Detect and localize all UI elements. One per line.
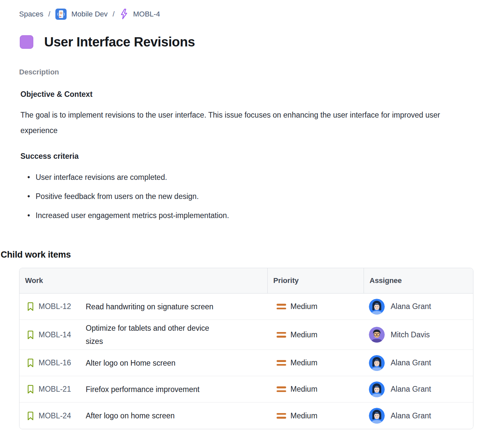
success-criteria-item: Increased user engagement metrics post-i… bbox=[20, 211, 478, 219]
breadcrumb-separator: / bbox=[48, 10, 50, 18]
bookmark-icon bbox=[27, 302, 34, 311]
success-criteria-item: Positive feedback from users on the new … bbox=[20, 192, 478, 200]
assignee-avatar bbox=[369, 408, 385, 424]
objective-context-heading: Objective & Context bbox=[20, 90, 478, 99]
priority-label: Medium bbox=[290, 302, 317, 311]
work-cell: MOBL-16 Alter logo on Home screen bbox=[19, 355, 268, 371]
priority-medium-icon bbox=[277, 360, 286, 366]
page-title: User Interface Revisions bbox=[44, 35, 195, 49]
assignee-name: Alana Grant bbox=[391, 302, 431, 311]
priority-cell[interactable]: Medium bbox=[268, 385, 364, 394]
assignee-cell[interactable]: Alana Grant bbox=[364, 381, 473, 397]
work-item-key[interactable]: MOBL-16 bbox=[39, 358, 86, 367]
assignee-avatar bbox=[369, 381, 385, 397]
priority-label: Medium bbox=[290, 411, 317, 420]
priority-label: Medium bbox=[290, 385, 317, 394]
work-item-key[interactable]: MOBL-24 bbox=[39, 411, 86, 420]
success-criteria-heading: Success criteria bbox=[20, 152, 478, 161]
mobile-dev-space-icon bbox=[55, 9, 67, 20]
breadcrumb-mobl-4[interactable]: MOBL-4 bbox=[133, 10, 160, 18]
priority-cell[interactable]: Medium bbox=[268, 411, 364, 420]
table-row[interactable]: MOBL-14 Optimize for tablets and other d… bbox=[19, 320, 473, 350]
assignee-name: Alana Grant bbox=[391, 385, 431, 394]
column-header-priority: Priority bbox=[268, 268, 364, 293]
assignee-avatar bbox=[369, 327, 385, 343]
table-row[interactable]: MOBL-24 After logo on home screen Medium bbox=[19, 403, 473, 429]
epic-color-swatch-icon bbox=[20, 35, 33, 49]
assignee-avatar bbox=[369, 299, 385, 315]
work-item-title[interactable]: Read handwriting on signature screen bbox=[86, 300, 213, 313]
description-section: Description Objective & Context The goal… bbox=[19, 68, 478, 219]
priority-medium-icon bbox=[277, 413, 286, 419]
breadcrumb-spaces[interactable]: Spaces bbox=[19, 10, 43, 18]
work-item-key[interactable]: MOBL-12 bbox=[39, 302, 86, 311]
bookmark-icon bbox=[27, 330, 34, 340]
work-item-title[interactable]: Optimize for tablets and other device si… bbox=[86, 322, 228, 348]
priority-cell[interactable]: Medium bbox=[268, 330, 364, 339]
success-criteria-item: User interface revisions are completed. bbox=[20, 173, 478, 181]
work-cell: MOBL-14 Optimize for tablets and other d… bbox=[19, 320, 268, 350]
breadcrumb-mobile-dev[interactable]: Mobile Dev bbox=[72, 10, 108, 18]
priority-medium-icon bbox=[277, 332, 286, 338]
bookmark-icon bbox=[27, 411, 34, 421]
bookmark-icon bbox=[27, 358, 34, 368]
child-work-items-heading: Child work items bbox=[1, 250, 478, 260]
priority-cell[interactable]: Medium bbox=[268, 358, 364, 367]
assignee-avatar bbox=[369, 355, 385, 371]
work-item-title[interactable]: After logo on home screen bbox=[86, 409, 175, 422]
work-item-title[interactable]: Alter logo on Home screen bbox=[86, 356, 175, 370]
assignee-cell[interactable]: Alana Grant bbox=[364, 408, 473, 424]
assignee-cell[interactable]: Mitch Davis bbox=[364, 327, 473, 343]
table-header-row: WorkPriorityAssignee bbox=[19, 268, 473, 294]
title-row: User Interface Revisions bbox=[20, 35, 478, 49]
work-item-type-icon bbox=[119, 8, 129, 20]
assignee-name: Alana Grant bbox=[391, 411, 431, 420]
table-row[interactable]: MOBL-12 Read handwriting on signature sc… bbox=[19, 294, 473, 320]
column-header-work: Work bbox=[19, 268, 268, 293]
success-criteria-list: User interface revisions are completed.P… bbox=[20, 173, 478, 219]
work-item-title[interactable]: Firefox performance improvement bbox=[86, 383, 199, 396]
child-work-items-table: WorkPriorityAssignee MOBL-12 Read handwr… bbox=[19, 268, 473, 429]
breadcrumb: Spaces / Mobile Dev / MOBL-4 bbox=[0, 0, 478, 20]
priority-medium-icon bbox=[277, 304, 286, 309]
breadcrumb-separator: / bbox=[113, 10, 115, 18]
work-item-key[interactable]: MOBL-14 bbox=[39, 330, 86, 339]
priority-medium-icon bbox=[277, 386, 286, 392]
description-label: Description bbox=[19, 68, 478, 76]
work-item-key[interactable]: MOBL-21 bbox=[39, 385, 86, 394]
priority-label: Medium bbox=[290, 358, 317, 367]
objective-paragraph: The goal is to implement revisions to th… bbox=[20, 107, 452, 138]
work-cell: MOBL-12 Read handwriting on signature sc… bbox=[19, 298, 268, 315]
work-cell: MOBL-21 Firefox performance improvement bbox=[19, 381, 268, 398]
assignee-name: Alana Grant bbox=[391, 358, 431, 367]
priority-cell[interactable]: Medium bbox=[268, 302, 364, 311]
work-cell: MOBL-24 After logo on home screen bbox=[19, 407, 268, 424]
bookmark-icon bbox=[27, 384, 34, 394]
assignee-name: Mitch Davis bbox=[391, 330, 430, 339]
table-row[interactable]: MOBL-16 Alter logo on Home screen Medium bbox=[19, 350, 473, 376]
assignee-cell[interactable]: Alana Grant bbox=[364, 355, 473, 371]
column-header-assignee: Assignee bbox=[364, 268, 473, 293]
table-row[interactable]: MOBL-21 Firefox performance improvement … bbox=[19, 376, 473, 403]
table-body: MOBL-12 Read handwriting on signature sc… bbox=[19, 294, 473, 429]
assignee-cell[interactable]: Alana Grant bbox=[364, 299, 473, 315]
priority-label: Medium bbox=[290, 330, 317, 339]
